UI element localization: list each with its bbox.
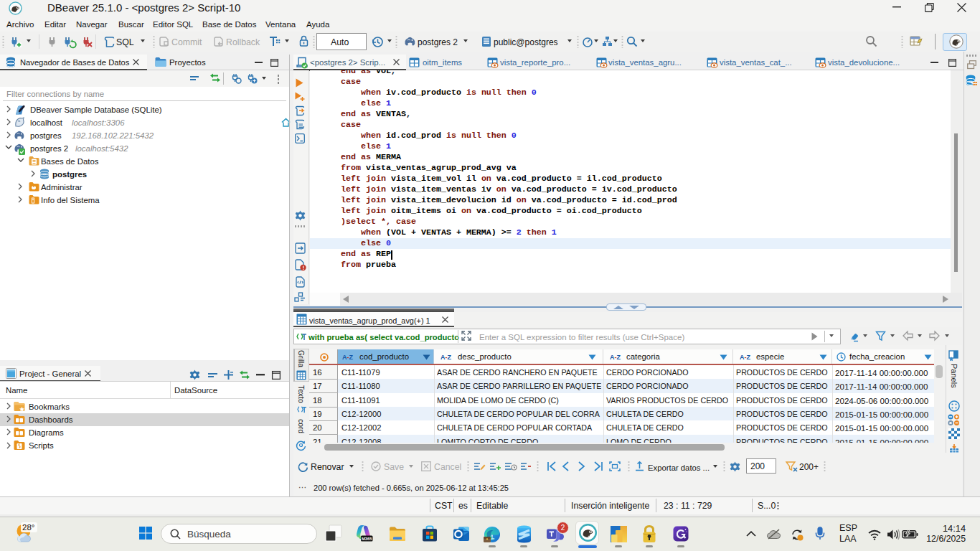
svg-text:2: 2 (561, 524, 565, 532)
svg-text:M365: M365 (362, 537, 372, 541)
